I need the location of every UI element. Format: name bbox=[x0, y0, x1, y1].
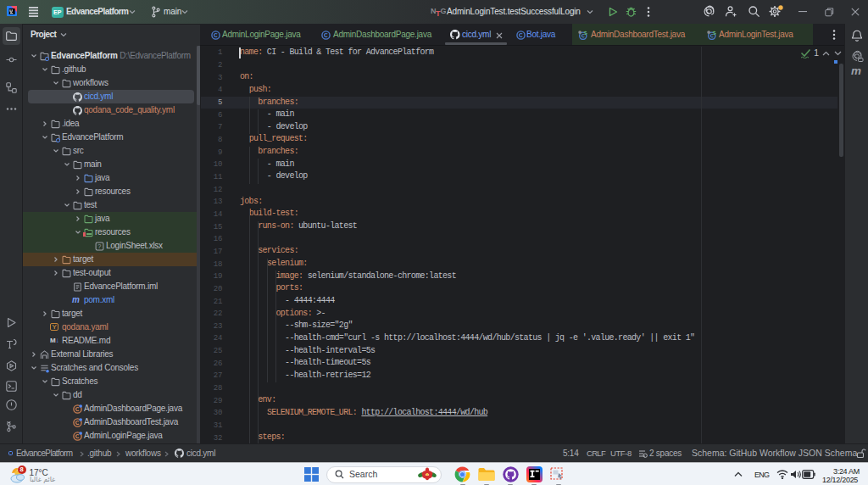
svg-text:G: G bbox=[441, 7, 447, 15]
